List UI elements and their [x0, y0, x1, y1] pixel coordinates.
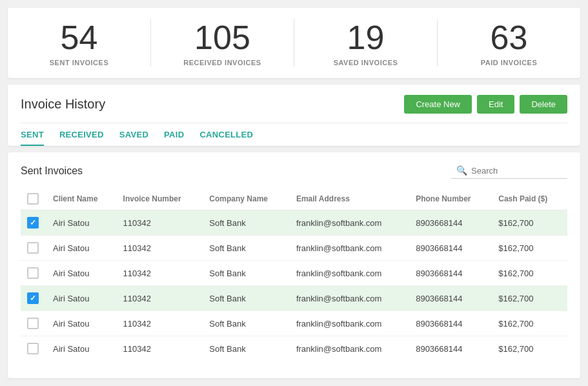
cell-company-name-4: Soft Bank — [203, 311, 290, 336]
tabs: SENT RECEIVED SAVED PAID CANCELLED — [21, 123, 567, 146]
cell-email-1: franklin@softbank.com — [290, 236, 409, 261]
cell-email-3: franklin@softbank.com — [290, 286, 409, 311]
tab-sent[interactable]: SENT — [21, 123, 44, 146]
cell-checkbox-3 — [21, 286, 46, 311]
cell-client-name-2: Airi Satou — [46, 261, 117, 286]
col-client-name: Client Name — [46, 188, 117, 210]
stat-label-received: RECEIVED INVOICES — [164, 59, 281, 66]
cell-email-2: franklin@softbank.com — [290, 261, 409, 286]
cell-company-name-0: Soft Bank — [203, 210, 290, 236]
cell-client-name-4: Airi Satou — [46, 311, 117, 336]
cell-email-5: franklin@softbank.com — [290, 336, 409, 361]
cell-client-name-3: Airi Satou — [46, 286, 117, 311]
cell-cash-paid-1: $162,700 — [492, 236, 567, 261]
cell-cash-paid-4: $162,700 — [492, 311, 567, 336]
row-checkbox-1[interactable] — [27, 242, 39, 254]
delete-button[interactable]: Delete — [520, 95, 567, 114]
table-row: Airi Satou 110342 Soft Bank franklin@sof… — [21, 336, 567, 361]
row-checkbox-2[interactable] — [27, 267, 39, 279]
cell-invoice-number-4: 110342 — [117, 311, 203, 336]
col-email-address: Email Address — [290, 188, 409, 210]
cell-invoice-number-5: 110342 — [117, 336, 203, 361]
stat-item-received: 105 RECEIVED INVOICES — [151, 19, 294, 66]
stat-number-sent: 54 — [21, 19, 137, 56]
tab-paid[interactable]: PAID — [164, 123, 184, 146]
col-cash-paid: Cash Paid ($) — [492, 188, 567, 210]
cell-cash-paid-5: $162,700 — [492, 336, 567, 361]
cell-phone-1: 8903668144 — [409, 236, 492, 261]
col-company-name: Company Name — [203, 188, 290, 210]
cell-invoice-number-0: 110342 — [117, 210, 203, 236]
stat-number-received: 105 — [164, 19, 281, 56]
tab-cancelled[interactable]: CANCELLED — [199, 123, 253, 146]
stat-item-paid: 63 PAID INVOICES — [438, 19, 580, 66]
stat-label-sent: SENT INVOICES — [21, 59, 137, 66]
stat-item-saved: 19 SAVED INVOICES — [294, 19, 438, 66]
table-row: Airi Satou 110342 Soft Bank franklin@sof… — [21, 236, 567, 261]
page-wrapper: 54 SENT INVOICES 105 RECEIVED INVOICES 1… — [0, 0, 588, 386]
cell-checkbox-0 — [21, 210, 46, 236]
stat-label-saved: SAVED INVOICES — [307, 59, 424, 66]
stat-item-sent: 54 SENT INVOICES — [8, 19, 151, 66]
cell-phone-5: 8903668144 — [409, 336, 492, 361]
row-checkbox-0[interactable] — [27, 217, 39, 229]
cell-cash-paid-3: $162,700 — [492, 286, 567, 311]
tab-saved[interactable]: SAVED — [119, 123, 148, 146]
edit-button[interactable]: Edit — [477, 95, 514, 114]
table-title: Sent Invoices — [21, 165, 83, 177]
cell-company-name-3: Soft Bank — [203, 286, 290, 311]
col-phone-number: Phone Number — [409, 188, 492, 210]
search-icon: 🔍 — [456, 165, 467, 176]
header-buttons: Create New Edit Delete — [404, 95, 567, 114]
invoice-history-title: Invoice History — [21, 97, 105, 112]
cell-phone-0: 8903668144 — [409, 210, 492, 236]
row-checkbox-4[interactable] — [27, 318, 39, 329]
cell-checkbox-4 — [21, 311, 46, 336]
cell-email-4: franklin@softbank.com — [290, 311, 409, 336]
checkbox-header-cell — [21, 188, 46, 210]
table-header-row: Sent Invoices 🔍 — [21, 163, 567, 179]
table-body: Airi Satou 110342 Soft Bank franklin@sof… — [21, 210, 567, 361]
col-invoice-number: Invoice Number — [117, 188, 203, 210]
cell-email-0: franklin@softbank.com — [290, 210, 409, 236]
cell-phone-4: 8903668144 — [409, 311, 492, 336]
cell-client-name-1: Airi Satou — [46, 236, 117, 261]
cell-company-name-1: Soft Bank — [203, 236, 290, 261]
cell-phone-3: 8903668144 — [409, 286, 492, 311]
cell-client-name-5: Airi Satou — [46, 336, 117, 361]
stat-number-paid: 63 — [451, 19, 567, 56]
tab-received[interactable]: RECEIVED — [59, 123, 104, 146]
table-row: Airi Satou 110342 Soft Bank franklin@sof… — [21, 311, 567, 336]
cell-company-name-5: Soft Bank — [203, 336, 290, 361]
table-row: Airi Satou 110342 Soft Bank franklin@sof… — [21, 210, 567, 236]
cell-checkbox-5 — [21, 336, 46, 361]
row-checkbox-5[interactable] — [27, 343, 39, 354]
select-all-checkbox[interactable] — [27, 193, 39, 205]
cell-cash-paid-0: $162,700 — [492, 210, 567, 236]
stats-card: 54 SENT INVOICES 105 RECEIVED INVOICES 1… — [8, 8, 580, 78]
cell-company-name-2: Soft Bank — [203, 261, 290, 286]
table-row: Airi Satou 110342 Soft Bank franklin@sof… — [21, 261, 567, 286]
cell-checkbox-2 — [21, 261, 46, 286]
cell-phone-2: 8903668144 — [409, 261, 492, 286]
invoice-history-header: Invoice History Create New Edit Delete — [21, 95, 567, 114]
cell-invoice-number-2: 110342 — [117, 261, 203, 286]
invoice-history-card: Invoice History Create New Edit Delete S… — [8, 85, 580, 146]
table-row: Airi Satou 110342 Soft Bank franklin@sof… — [21, 286, 567, 311]
cell-invoice-number-3: 110342 — [117, 286, 203, 311]
row-checkbox-3[interactable] — [27, 292, 39, 304]
create-new-button[interactable]: Create New — [404, 95, 472, 114]
cell-cash-paid-2: $162,700 — [492, 261, 567, 286]
search-input[interactable] — [471, 166, 562, 176]
stat-number-saved: 19 — [307, 19, 424, 56]
search-box: 🔍 — [451, 163, 567, 179]
stat-label-paid: PAID INVOICES — [451, 59, 567, 66]
cell-invoice-number-1: 110342 — [117, 236, 203, 261]
table-card: Sent Invoices 🔍 Client Name Invoice Numb… — [8, 152, 580, 378]
invoices-table: Client Name Invoice Number Company Name … — [21, 188, 567, 361]
cell-checkbox-1 — [21, 236, 46, 261]
cell-client-name-0: Airi Satou — [46, 210, 117, 236]
table-header-row-el: Client Name Invoice Number Company Name … — [21, 188, 567, 210]
